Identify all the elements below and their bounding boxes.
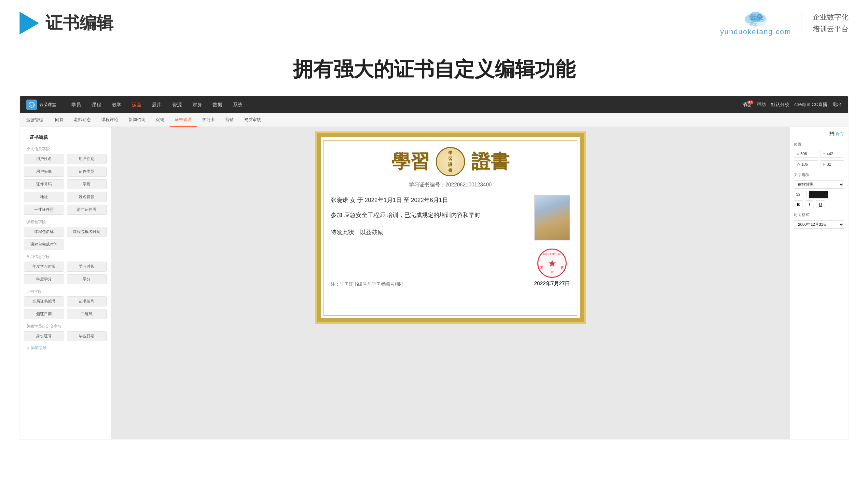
section-personal-title: 个人信息字段 bbox=[24, 143, 107, 154]
cert-header: 學習 學 習 證 書 證書 bbox=[331, 147, 570, 176]
section-learning-title: 学习信息字段 bbox=[24, 251, 107, 262]
nav-item-operations[interactable]: 运营 bbox=[127, 96, 147, 113]
italic-button[interactable]: I bbox=[805, 200, 814, 208]
user-menu[interactable]: chenjun CC直播 bbox=[795, 102, 827, 108]
size-grid: W 106 H 32 bbox=[794, 160, 844, 168]
right-panel: 💾 保存 位置 X 506 Y 442 W 106 bbox=[789, 127, 848, 439]
sub-nav-prefix: 运营管理 bbox=[26, 117, 43, 123]
add-field-button[interactable]: ⊕ 添加字段 bbox=[24, 343, 107, 353]
subnav-item-marketing[interactable]: 营销 bbox=[220, 113, 239, 127]
save-button[interactable]: 💾 保存 bbox=[829, 131, 844, 137]
brand-cloud: 云朵 课堂 yunduoketang.com bbox=[720, 10, 791, 36]
field-address[interactable]: 地址 bbox=[24, 192, 64, 202]
field-hours[interactable]: 学习时长 bbox=[67, 262, 107, 272]
font-style-row: B I U bbox=[794, 200, 844, 208]
svg-text:云朵: 云朵 bbox=[750, 14, 763, 21]
personal-fields: 用户姓名 用户性别 用户头像 证件类型 证件号码 学历 地址 姓名拼音 一寸证件… bbox=[24, 154, 107, 215]
field-issue-date[interactable]: 颁证日期 bbox=[24, 309, 64, 319]
nav-item-finance[interactable]: 财务 bbox=[187, 96, 207, 113]
sidebar-title: ‹ 证书编辑 bbox=[24, 132, 107, 143]
color-swatch[interactable] bbox=[809, 191, 828, 198]
subnav-item-cert[interactable]: 证书管理 bbox=[169, 113, 197, 127]
field-credits[interactable]: 学分 bbox=[67, 274, 107, 284]
stamp-star-icon: ★ bbox=[548, 258, 557, 269]
top-nav: 云朵 云朵课堂 学员 课程 教学 运营 题库 资源 财务 数据 系统 消息 47… bbox=[20, 96, 848, 113]
page-title: 证书编辑 bbox=[45, 12, 113, 34]
section-course-title: 课程包字段 bbox=[24, 216, 107, 227]
field-username[interactable]: 用户姓名 bbox=[24, 154, 64, 164]
school-selector[interactable]: 默认分校 bbox=[771, 102, 789, 108]
time-format-selector[interactable]: 2000年12月31日 bbox=[794, 220, 844, 229]
top-nav-items: 学员 课程 教学 运营 题库 资源 财务 数据 系统 bbox=[66, 96, 742, 113]
field-photo-1inch[interactable]: 一寸证件照 bbox=[24, 205, 64, 215]
field-avatar[interactable]: 用户头像 bbox=[24, 167, 64, 177]
learning-fields: 年度学习时长 学习时长 年度学分 学分 bbox=[24, 262, 107, 284]
field-graduation-date[interactable]: 毕业日期 bbox=[67, 331, 107, 341]
top-nav-right: 消息 47 帮助 默认分校 chenjun CC直播 退出 bbox=[742, 102, 842, 108]
page-subtitle: 拥有强大的证书自定义编辑功能 bbox=[0, 56, 868, 83]
stamp-top-text: 科技有限公司 bbox=[543, 252, 561, 256]
nav-item-teaching[interactable]: 教学 bbox=[106, 96, 127, 113]
field-yearly-credits[interactable]: 年度学分 bbox=[24, 274, 64, 284]
field-course-complete[interactable]: 课程包完成时间 bbox=[24, 239, 64, 250]
nav-item-courses[interactable]: 课程 bbox=[86, 96, 106, 113]
notification-badge[interactable]: 消息 47 bbox=[742, 102, 751, 108]
position-grid: X 506 Y 442 bbox=[794, 150, 844, 158]
underline-button[interactable]: U bbox=[816, 200, 825, 208]
font-size-input[interactable] bbox=[794, 191, 807, 198]
bold-button[interactable]: B bbox=[794, 200, 803, 208]
cert-body: 张晓诺 女 于 2022年1月1日 至 2022年6月1日 参加 应急安全工程师… bbox=[331, 195, 570, 242]
field-cert-no[interactable]: 证书编号 bbox=[67, 296, 107, 306]
w-input[interactable]: W 106 bbox=[794, 160, 818, 168]
cert-photo bbox=[534, 195, 570, 240]
help-link[interactable]: 帮助 bbox=[757, 102, 766, 108]
field-gender[interactable]: 用户性别 bbox=[67, 154, 107, 164]
subnav-item-review[interactable]: 课程评论 bbox=[96, 113, 123, 127]
nav-item-system[interactable]: 系统 bbox=[227, 96, 248, 113]
cert-note: 注：学习证书编号与学习者编号相同 bbox=[331, 282, 404, 287]
logo-area: 证书编辑 bbox=[20, 12, 113, 34]
body-layout: ‹ 证书编辑 个人信息字段 用户姓名 用户性别 用户头像 证件类型 证件号码 学… bbox=[20, 127, 848, 439]
h-input[interactable]: H 32 bbox=[820, 160, 844, 168]
seal-text-line1: 學 bbox=[448, 150, 453, 156]
field-photo-2inch[interactable]: 两寸证件照 bbox=[67, 205, 107, 215]
nav-item-data[interactable]: 数据 bbox=[207, 96, 227, 113]
logout-btn[interactable]: 退出 bbox=[833, 102, 842, 108]
field-education[interactable]: 学历 bbox=[67, 179, 107, 189]
field-id-number[interactable]: 证件号码 bbox=[24, 179, 64, 189]
field-global-cert-no[interactable]: 全局证书编号 bbox=[24, 296, 64, 306]
field-qrcode[interactable]: 二维码 bbox=[67, 309, 107, 319]
font-selector[interactable]: 微软雅黑 bbox=[794, 180, 844, 189]
y-input[interactable]: Y 442 bbox=[820, 150, 844, 158]
field-id-card[interactable]: 身份证号 bbox=[24, 331, 64, 341]
stamp-bottom-text: 章 bbox=[551, 270, 554, 274]
cert-line3: 特发此状，以兹鼓励 bbox=[331, 227, 528, 237]
field-course-name[interactable]: 课程包名称 bbox=[24, 227, 64, 237]
nav-logo-text: 云朵课堂 bbox=[39, 102, 56, 108]
subnav-item-qualification[interactable]: 资质审核 bbox=[239, 113, 266, 127]
cert-title-left: 學習 bbox=[392, 149, 429, 174]
plus-icon: ⊕ bbox=[26, 346, 30, 350]
sub-nav-items: 问答 老师动态 课程评论 新闻咨询 促销 证书管理 学习卡 营销 资质审核 bbox=[50, 113, 266, 127]
brand-divider bbox=[802, 12, 802, 34]
save-icon: 💾 bbox=[829, 131, 835, 136]
subnav-item-card[interactable]: 学习卡 bbox=[197, 113, 220, 127]
nav-item-questions[interactable]: 题库 bbox=[147, 96, 167, 113]
subnav-item-news[interactable]: 新闻咨询 bbox=[123, 113, 151, 127]
nav-item-resources[interactable]: 资源 bbox=[167, 96, 187, 113]
cert-seal-circle: 學 習 證 書 bbox=[436, 147, 465, 176]
seal-text-line3: 證 bbox=[448, 162, 453, 167]
subnav-item-teacher[interactable]: 老师动态 bbox=[69, 113, 96, 127]
subnav-item-qa[interactable]: 问答 bbox=[50, 113, 69, 127]
field-course-signup[interactable]: 课程包报名时间 bbox=[67, 227, 107, 237]
field-yearly-hours[interactable]: 年度学习时长 bbox=[24, 262, 64, 272]
field-id-type[interactable]: 证件类型 bbox=[67, 167, 107, 177]
subnav-item-promo[interactable]: 促销 bbox=[151, 113, 169, 127]
field-name-pinyin[interactable]: 姓名拼音 bbox=[67, 192, 107, 202]
cert-footer: 注：学习证书编号与学习者编号相同 科技有限公司 ★ 章 北京 创新 2022年7… bbox=[331, 249, 570, 287]
center-canvas: 學習 學 習 證 書 證書 学习证书编号：20220 bbox=[111, 127, 789, 439]
x-input[interactable]: X 506 bbox=[794, 150, 818, 158]
custom-fields: 身份证号 毕业日期 bbox=[24, 331, 107, 341]
nav-item-students[interactable]: 学员 bbox=[66, 96, 86, 113]
section-custom-title: 关联学员自定义字段 bbox=[24, 321, 107, 331]
